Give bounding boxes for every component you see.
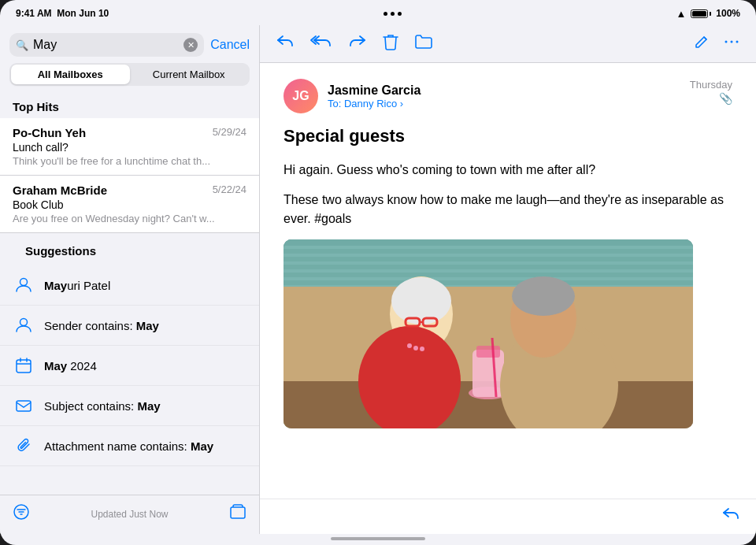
toolbar-right <box>693 33 740 54</box>
email-preview-2: Are you free on Wednesday night? Can't w… <box>13 213 246 224</box>
paperclip-icon <box>13 435 35 457</box>
toolbar-left <box>276 33 433 54</box>
top-hits-section: Top Hits <box>0 94 259 118</box>
suggestion-text-1: Mayuri Patel <box>44 279 110 292</box>
svg-point-37 <box>413 346 418 350</box>
suggestion-item-2[interactable]: Sender contains: May <box>0 306 259 346</box>
cancel-button[interactable]: Cancel <box>210 38 250 52</box>
stack-icon[interactable] <box>229 503 246 525</box>
suggestion-item-4[interactable]: Subject contains: May <box>0 386 259 426</box>
dot3 <box>398 12 402 16</box>
svg-point-1 <box>20 319 28 326</box>
svg-rect-21 <box>284 272 693 277</box>
email-date-2: 5/22/24 <box>213 184 246 195</box>
forward-button[interactable] <box>348 33 367 54</box>
svg-rect-11 <box>231 507 245 518</box>
email-sender-1: Po-Chun Yeh <box>13 126 86 139</box>
email-avatar-sender: JG Jasmine Garcia To: Danny Rico › <box>284 79 421 113</box>
svg-rect-6 <box>17 401 31 411</box>
email-body: Hi again. Guess who's coming to town wit… <box>284 161 732 228</box>
search-icon: 🔍 <box>16 39 28 51</box>
battery <box>691 9 711 18</box>
left-bottom-bar: Updated Just Now <box>0 495 259 534</box>
email-subject-2: Book Club <box>13 198 246 211</box>
avatar: JG <box>284 79 318 113</box>
envelope-icon <box>13 395 35 417</box>
app-container: 🔍 May ✕ Cancel All Mailboxes Current Mai… <box>0 25 756 534</box>
filter-icon[interactable] <box>13 503 30 525</box>
email-item-1[interactable]: Po-Chun Yeh 5/29/24 Lunch call? Think yo… <box>0 118 259 176</box>
search-input-wrap[interactable]: 🔍 May ✕ <box>9 33 204 57</box>
segmented-control: All Mailboxes Current Mailbox <box>9 63 250 86</box>
svg-point-36 <box>407 343 412 348</box>
dot2 <box>391 12 395 16</box>
email-photo <box>284 239 693 428</box>
svg-point-14 <box>736 41 739 43</box>
svg-rect-17 <box>284 239 693 246</box>
email-body-p1: Hi again. Guess who's coming to town wit… <box>284 161 732 180</box>
reply-back-button[interactable] <box>276 33 295 54</box>
svg-point-38 <box>420 347 424 351</box>
sender-info: Jasmine Garcia To: Danny Rico › <box>328 83 421 109</box>
more-button[interactable] <box>723 33 740 54</box>
suggestion-item-3[interactable]: May 2024 <box>0 346 259 386</box>
folder-button[interactable] <box>414 33 433 54</box>
suggestion-text-3: May 2024 <box>44 359 97 373</box>
reply-bottom-button[interactable] <box>721 506 740 528</box>
status-time: 9:41 AM Mon Jun 10 <box>16 8 109 19</box>
email-subject-1: Lunch call? <box>13 141 246 154</box>
svg-rect-19 <box>284 257 693 261</box>
sender-to[interactable]: To: Danny Rico › <box>328 98 421 109</box>
person-icon-1 <box>13 274 35 296</box>
svg-rect-18 <box>284 249 693 254</box>
email-date-1: 5/29/24 <box>213 126 246 138</box>
status-center <box>384 12 402 16</box>
svg-rect-20 <box>284 265 693 269</box>
search-clear-button[interactable]: ✕ <box>183 38 198 52</box>
email-sender-2: Graham McBride <box>13 184 107 197</box>
email-content: JG Jasmine Garcia To: Danny Rico › Thurs… <box>260 63 756 499</box>
email-image <box>284 239 693 428</box>
sender-name: Jasmine Garcia <box>328 83 421 98</box>
suggestion-item-5[interactable]: Attachment name contains: May <box>0 426 259 466</box>
home-indicator <box>0 534 756 545</box>
suggestion-text-5: Attachment name contains: May <box>44 439 213 453</box>
svg-point-13 <box>731 41 733 43</box>
email-toolbar <box>260 25 756 63</box>
email-header-row: JG Jasmine Garcia To: Danny Rico › Thurs… <box>284 79 732 113</box>
reply-all-button[interactable] <box>310 33 332 54</box>
search-bar: 🔍 May ✕ Cancel <box>0 25 259 63</box>
top-hits-emails: Po-Chun Yeh 5/29/24 Lunch call? Think yo… <box>0 118 259 233</box>
timestamp-attachment: Thursday 📎 <box>690 79 732 105</box>
right-panel: JG Jasmine Garcia To: Danny Rico › Thurs… <box>260 25 756 534</box>
attachment-icon: 📎 <box>690 92 732 105</box>
status-right: ▲ 100% <box>676 8 740 20</box>
dot1 <box>384 12 387 16</box>
suggestions-list: Suggestions Mayuri Patel <box>0 233 259 495</box>
person-icon-2 <box>13 314 35 336</box>
all-mailboxes-tab[interactable]: All Mailboxes <box>11 65 130 84</box>
email-preview-1: Think you'll be free for a lunchtime cha… <box>13 155 246 167</box>
email-subject-line: Special guests <box>284 126 732 146</box>
trash-button[interactable] <box>383 33 398 54</box>
search-input[interactable]: May <box>33 38 179 52</box>
right-bottom-bar <box>260 499 756 534</box>
calendar-icon <box>13 354 35 376</box>
top-hits-header: Top Hits <box>0 97 259 118</box>
svg-rect-2 <box>17 360 31 373</box>
wifi-icon: ▲ <box>676 8 686 20</box>
updated-text: Updated Just Now <box>91 509 168 520</box>
suggestion-text-4: Subject contains: May <box>44 399 161 413</box>
suggestion-text-2: Sender contains: May <box>44 319 159 332</box>
left-panel: 🔍 May ✕ Cancel All Mailboxes Current Mai… <box>0 25 260 534</box>
svg-point-31 <box>391 277 451 324</box>
compose-button[interactable] <box>693 33 710 54</box>
svg-point-12 <box>725 41 728 43</box>
suggestion-item-1[interactable]: Mayuri Patel <box>0 265 259 306</box>
email-timestamp: Thursday <box>690 79 732 91</box>
svg-point-0 <box>20 279 28 286</box>
current-mailbox-tab[interactable]: Current Mailbox <box>130 65 249 84</box>
email-body-p2: These two always know how to make me lau… <box>284 191 732 228</box>
email-item-2[interactable]: Graham McBride 5/22/24 Book Club Are you… <box>0 176 259 233</box>
status-bar: 9:41 AM Mon Jun 10 ▲ 100% <box>0 0 756 25</box>
